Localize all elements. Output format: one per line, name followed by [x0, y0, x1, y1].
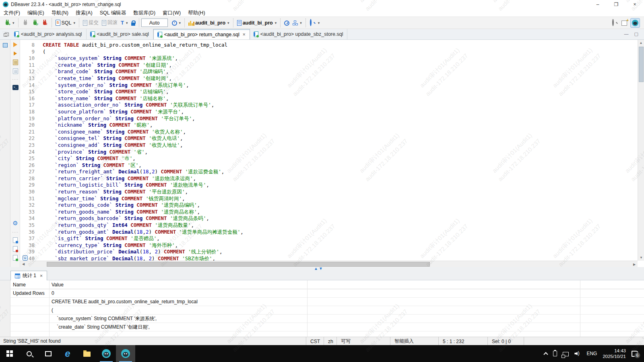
dashboard-button[interactable] — [283, 19, 291, 27]
script-icon[interactable] — [12, 59, 19, 66]
rollback-button[interactable]: 回滚 — [100, 19, 119, 27]
menu-item[interactable]: 编辑(E) — [24, 9, 48, 17]
status-item[interactable]: 可写 — [336, 337, 390, 346]
menu-item[interactable]: 搜索(A) — [72, 9, 96, 17]
transaction-mode-button[interactable]: T▾ — [119, 19, 129, 27]
dbeaver-perspective-button[interactable] — [630, 18, 640, 28]
network-icon[interactable] — [563, 352, 569, 356]
statistics-tab-close-icon[interactable]: × — [40, 273, 43, 279]
statement-list-icon[interactable] — [12, 68, 19, 74]
code-token: COMMENT — [116, 95, 137, 101]
code-editor[interactable]: 8CREATE TABLE audit_bi_pro.custom_online… — [20, 40, 638, 261]
restore-view-icon[interactable] — [4, 33, 7, 37]
search-button[interactable]: ▾ — [308, 19, 322, 27]
load-doc-button[interactable] — [12, 255, 19, 261]
status-item[interactable]: 智能插入 — [390, 337, 438, 346]
quick-access-search[interactable] — [610, 19, 620, 27]
code-text: `return_freight_amt` Decimal(18,2) COMME… — [39, 169, 224, 175]
status-item[interactable]: zh — [324, 337, 336, 346]
menu-item[interactable]: 导航(N) — [48, 9, 72, 17]
sql-editor-button[interactable]: SQL▾ — [54, 19, 77, 27]
open-perspective-button[interactable] — [620, 19, 629, 27]
export-doc-button[interactable] — [12, 237, 19, 243]
code-text: `is_gift` String COMMENT '是否赠品', — [39, 235, 160, 242]
code-token: , — [219, 249, 223, 255]
scroll-up-icon[interactable]: ▲ — [638, 40, 644, 46]
status-item[interactable]: CST — [306, 337, 324, 346]
vertical-scrollbar[interactable]: ▲ ▼ — [638, 40, 644, 261]
execution-plan-button[interactable]: ▾ — [291, 19, 303, 27]
maximize-editor-icon[interactable]: ▢ — [634, 31, 638, 37]
task-view-button[interactable] — [39, 345, 58, 362]
commit-mode-combo[interactable]: Auto — [141, 19, 168, 27]
result-row[interactable]: ( — [10, 306, 644, 315]
code-token: , — [166, 88, 169, 95]
save-doc-button[interactable] — [12, 246, 19, 252]
menu-item[interactable]: 数据库(D) — [130, 9, 159, 17]
horizontal-scroll-thumb[interactable] — [47, 262, 430, 267]
internet-explorer-button[interactable]: e — [58, 345, 77, 362]
more-actions-dots[interactable]: ···· — [12, 76, 19, 82]
language-indicator[interactable]: ENG — [586, 351, 597, 356]
transaction-lock-button[interactable] — [130, 19, 137, 27]
status-item[interactable]: 5 : 1 : 232 — [438, 337, 487, 346]
reconnect-button[interactable]: ↻ — [30, 19, 40, 27]
horizontal-scrollbar[interactable]: ◀ ▶ — [20, 261, 638, 267]
scroll-left-icon[interactable]: ◀ — [20, 262, 27, 266]
tray-expand-icon[interactable] — [544, 352, 548, 356]
more-dots[interactable]: ···· — [12, 229, 19, 235]
usb-device-icon[interactable] — [553, 351, 557, 356]
execute-script-button[interactable] — [12, 50, 19, 57]
database-navigator-minimized-icon[interactable] — [3, 43, 8, 47]
volume-icon[interactable] — [574, 351, 581, 356]
editor-tab[interactable]: <audit_bi_pro> sale.sql — [87, 29, 153, 39]
scroll-right-icon[interactable]: ▶ — [631, 261, 638, 267]
editor-tab[interactable]: <audit_bi_pro> analysis.sql — [10, 29, 87, 39]
code-text: `platform_order_no` String COMMENT '平台订单… — [39, 115, 195, 122]
start-button[interactable] — [0, 345, 19, 362]
code-line: 19 `platform_order_no` String COMMENT '平… — [20, 115, 638, 122]
minimize-editor-icon[interactable]: — — [624, 31, 629, 37]
taskbar-clock[interactable]: 14:43 2025/10/21 — [603, 348, 626, 359]
minimize-button[interactable]: – — [588, 0, 607, 9]
column-header-name[interactable]: Name — [10, 282, 49, 288]
code-line: 10 `source_system` String COMMENT '来源系统'… — [20, 55, 638, 62]
code-line: 21 `consignee_name` String COMMENT '收货人名… — [20, 129, 638, 136]
tab-close-icon[interactable]: × — [243, 32, 246, 37]
connect-button[interactable] — [21, 19, 30, 27]
menu-item[interactable]: 窗口(W) — [159, 9, 184, 17]
menu-item[interactable]: 文件(F) — [0, 9, 24, 17]
open-console-button[interactable]: >_ — [12, 84, 19, 90]
commit-button[interactable]: 提交 — [81, 19, 100, 27]
line-number: 20 — [20, 122, 39, 129]
dbeaver-taskbar-button[interactable] — [97, 345, 116, 362]
status-item[interactable]: Sel: 0 | 0 — [487, 337, 524, 346]
editor-settings-button[interactable]: ⚙ — [12, 220, 19, 226]
disconnect-button[interactable]: × — [40, 19, 50, 27]
editor-tab[interactable]: <audit_bi_pro> update_sbz_store.sql — [250, 29, 348, 39]
result-row[interactable]: `source_system` String COMMENT '来源系统', — [10, 315, 644, 323]
minimized-views-bar: ···· — [0, 29, 10, 39]
taskbar-search-button[interactable] — [19, 345, 39, 362]
result-row[interactable]: `create_date` String COMMENT '创建日期', — [10, 323, 644, 331]
scroll-down-icon[interactable]: ▼ — [638, 255, 644, 261]
result-row[interactable]: Updated Rows0 — [10, 289, 644, 298]
statistics-tab[interactable]: 统计 1 × — [10, 271, 47, 280]
database-select-combo[interactable]: audit_bi_pro▾ — [187, 19, 231, 27]
maximize-button[interactable]: ❐ — [607, 0, 625, 9]
panel-sash[interactable]: ▲▼ — [0, 267, 644, 270]
file-explorer-button[interactable] — [77, 345, 97, 362]
action-center-icon[interactable]: 6 — [632, 351, 638, 357]
schema-select-combo[interactable]: audit_bi_pro▾ — [235, 19, 279, 27]
vertical-scroll-thumb[interactable] — [639, 47, 644, 82]
result-row[interactable]: CREATE TABLE audit_bi_pro.custom_online_… — [10, 298, 644, 306]
column-header-value[interactable]: Value — [49, 282, 64, 288]
editor-tab[interactable]: <audit_bi_pro> return_change.sql× — [153, 29, 250, 39]
menu-item[interactable]: SQL 编辑器 — [96, 9, 130, 17]
execute-statement-button[interactable] — [12, 41, 19, 48]
dbeaver-taskbar-button-active[interactable] — [116, 345, 135, 362]
close-button[interactable]: × — [625, 0, 644, 9]
transaction-log-button[interactable]: ▾ — [170, 19, 183, 27]
menu-item[interactable]: 帮助(H) — [184, 9, 208, 17]
new-connection-button[interactable]: +▾ — [2, 19, 16, 27]
